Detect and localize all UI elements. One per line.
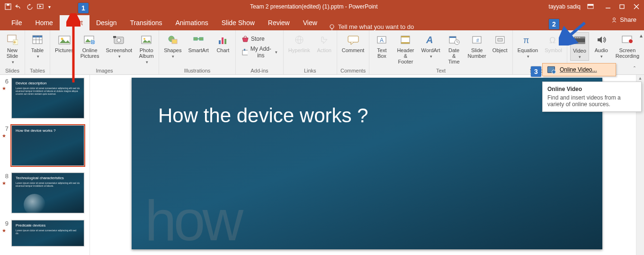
- my-addins-button[interactable]: My Add-ins: [239, 45, 280, 60]
- svg-point-30: [143, 38, 145, 40]
- start-from-beginning-icon[interactable]: [37, 3, 45, 10]
- text-box-icon: A: [375, 33, 388, 46]
- comment-icon: [347, 33, 360, 46]
- group-tables: Table Tables: [25, 30, 50, 74]
- tab-file[interactable]: File: [5, 15, 29, 30]
- new-slide-icon: [6, 33, 19, 46]
- slide-title: How the device works ?: [158, 104, 576, 127]
- group-label-images: Images: [96, 68, 113, 74]
- text-box-button[interactable]: A Text Box: [372, 32, 391, 60]
- svg-text:#: #: [476, 38, 479, 43]
- svg-rect-34: [199, 37, 203, 40]
- store-button[interactable]: Store: [239, 34, 280, 44]
- thumb-title: Predicate devices: [16, 223, 80, 228]
- group-label-illustrations: Illustrations: [184, 68, 211, 74]
- table-label: Table: [31, 47, 44, 53]
- screen-recording-button[interactable]: Screen Recording: [614, 32, 641, 60]
- slide-number-label: Slide Number: [468, 47, 486, 59]
- thumb-number: 6: [2, 78, 9, 85]
- svg-text:A: A: [380, 37, 384, 44]
- equation-label: Equation: [518, 47, 538, 53]
- annotation-arrow-2: [559, 22, 587, 46]
- tab-view[interactable]: View: [296, 15, 324, 30]
- tab-slideshow[interactable]: Slide Show: [215, 15, 261, 30]
- online-video-icon: [547, 66, 555, 73]
- wordart-button[interactable]: A WordArt: [420, 32, 441, 60]
- header-footer-button[interactable]: Header & Footer: [394, 32, 417, 65]
- thumb-body: Lorem ipsum dolor sit amet consectetur a…: [16, 229, 80, 235]
- audio-button[interactable]: Audio: [592, 32, 611, 60]
- date-time-button[interactable]: Date & Time: [445, 32, 464, 65]
- animation-star-icon: ★: [2, 228, 9, 233]
- thumbnail-slide-8[interactable]: Technological characteristics Lorem ipsu…: [11, 173, 84, 213]
- svg-rect-35: [219, 40, 221, 44]
- ribbon-scroll-up-icon[interactable]: ▴: [640, 32, 643, 39]
- close-icon[interactable]: [634, 4, 639, 9]
- online-video-menu-item[interactable]: Online Video...: [543, 64, 616, 76]
- table-button[interactable]: Table: [28, 32, 47, 60]
- group-label-tables: Tables: [30, 68, 45, 74]
- share-button[interactable]: Share: [611, 16, 636, 23]
- tell-me-search[interactable]: Tell me what you want to do: [329, 23, 414, 30]
- screen-recording-icon: [621, 33, 634, 46]
- store-icon: [242, 35, 249, 43]
- annotation-arrow-1: [66, 13, 80, 84]
- svg-text:Ω: Ω: [549, 36, 555, 45]
- group-label-links: Links: [304, 68, 316, 74]
- table-icon: [31, 33, 44, 46]
- chart-button[interactable]: Chart: [214, 32, 233, 54]
- slide-number-button[interactable]: # Slide Number: [466, 32, 488, 60]
- tab-review[interactable]: Review: [261, 15, 296, 30]
- wordart-label: WordArt: [421, 47, 440, 53]
- equation-button[interactable]: π Equation: [516, 32, 540, 60]
- shapes-icon: [166, 33, 179, 46]
- online-pictures-button[interactable]: Online Pictures: [79, 32, 101, 60]
- scroll-up-icon[interactable]: ▲: [636, 75, 644, 82]
- online-pictures-label: Online Pictures: [80, 47, 99, 59]
- audio-icon: [595, 33, 608, 46]
- tab-home[interactable]: Home: [29, 15, 60, 30]
- thumbnail-slot-8[interactable]: 8 ★ Technological characteristics Lorem …: [2, 173, 89, 213]
- ribbon-display-options-icon[interactable]: [587, 4, 594, 9]
- object-button[interactable]: Object: [491, 32, 510, 54]
- group-addins: Store My Add-ins Add-ins: [236, 30, 284, 74]
- new-slide-button[interactable]: New Slide: [3, 32, 22, 65]
- shapes-button[interactable]: Shapes: [162, 32, 183, 60]
- thumbnail-slide-7[interactable]: How the device works ?: [11, 125, 84, 166]
- comment-button[interactable]: Comment: [340, 32, 367, 54]
- svg-rect-37: [224, 39, 226, 44]
- share-icon: [611, 17, 617, 23]
- redo-icon[interactable]: [27, 3, 33, 10]
- tab-animations[interactable]: Animations: [169, 15, 215, 30]
- tab-transitions[interactable]: Transitions: [124, 15, 169, 30]
- group-slides: New Slide Slides: [0, 30, 25, 74]
- smartart-button[interactable]: SmartArt: [186, 32, 210, 54]
- svg-rect-48: [401, 36, 410, 37]
- group-label-slides: Slides: [5, 68, 19, 74]
- tooltip-body: Find and insert videos from a variety of…: [547, 94, 636, 108]
- photo-album-button[interactable]: Photo Album: [137, 32, 156, 65]
- collapse-ribbon-icon[interactable]: ˆ: [634, 66, 635, 73]
- photo-album-icon: [140, 33, 153, 46]
- addins-icon: [242, 48, 248, 56]
- undo-icon[interactable]: [15, 3, 23, 10]
- smartart-label: SmartArt: [188, 47, 208, 53]
- annotation-callout-3: 3: [531, 66, 541, 77]
- save-icon[interactable]: [5, 3, 11, 10]
- thumbnail-slot-7[interactable]: 7 ★ How the device works ?: [2, 125, 89, 166]
- minimize-icon[interactable]: [605, 4, 611, 9]
- screenshot-button[interactable]: Screenshot: [104, 32, 134, 60]
- tab-design[interactable]: Design: [89, 15, 124, 30]
- hyperlink-button: Hyperlink: [286, 32, 312, 54]
- online-video-tooltip: Online Video Find and insert videos from…: [542, 82, 642, 112]
- svg-line-71: [563, 23, 585, 42]
- svg-point-28: [117, 38, 121, 42]
- thumbnail-slide-9[interactable]: Predicate devices Lorem ipsum dolor sit …: [11, 220, 84, 246]
- my-addins-label: My Add-ins: [250, 46, 272, 59]
- thumb-number: 8: [2, 173, 9, 180]
- current-slide[interactable]: How the device works ?: [132, 78, 602, 249]
- thumbnail-slot-9[interactable]: 9 ★ Predicate devices Lorem ipsum dolor …: [2, 220, 89, 246]
- svg-rect-4: [588, 4, 593, 6]
- group-label-text: Text: [436, 68, 446, 74]
- maximize-icon[interactable]: [619, 4, 625, 9]
